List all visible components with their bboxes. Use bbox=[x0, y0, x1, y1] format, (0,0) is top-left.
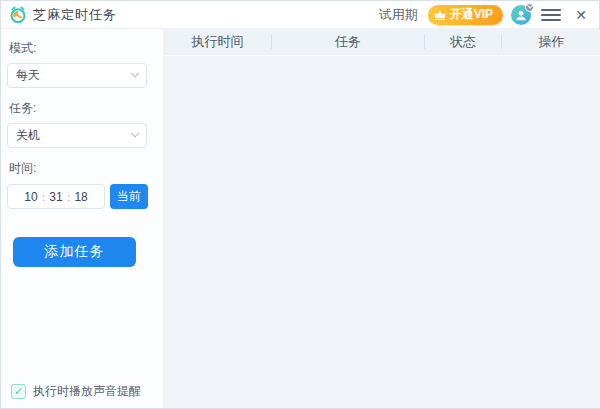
task-select[interactable]: 关机 bbox=[7, 123, 147, 148]
mode-label: 模式: bbox=[9, 40, 163, 57]
task-table-body bbox=[164, 56, 600, 408]
sound-reminder-option[interactable]: ✓ 执行时播放声音提醒 bbox=[11, 383, 141, 400]
task-select-value: 关机 bbox=[16, 127, 132, 144]
mode-select-value: 每天 bbox=[16, 67, 132, 84]
second-input[interactable] bbox=[71, 190, 91, 204]
open-vip-button[interactable]: 开通VIP bbox=[428, 5, 503, 25]
avatar-badge-icon bbox=[525, 3, 534, 12]
hour-input[interactable] bbox=[21, 190, 41, 204]
trial-status-label: 试用期 bbox=[379, 6, 418, 24]
alarm-clock-icon bbox=[9, 6, 27, 24]
task-list-panel: 执行时间 任务 状态 操作 bbox=[164, 29, 600, 408]
app-window: 芝麻定时任务 试用期 开通VIP ✕ 模式: bbox=[0, 0, 600, 409]
column-header-action: 操作 bbox=[502, 33, 600, 51]
chevron-down-icon bbox=[131, 68, 139, 76]
add-task-button[interactable]: 添加任务 bbox=[13, 237, 136, 267]
close-icon[interactable]: ✕ bbox=[571, 5, 591, 25]
time-row: : : 当前 bbox=[7, 184, 163, 209]
menu-icon[interactable] bbox=[541, 5, 561, 25]
time-separator: : bbox=[67, 191, 70, 203]
open-vip-label: 开通VIP bbox=[450, 6, 493, 23]
task-table-header: 执行时间 任务 状态 操作 bbox=[164, 29, 600, 56]
column-header-exec-time: 执行时间 bbox=[164, 33, 271, 51]
title-bar: 芝麻定时任务 试用期 开通VIP ✕ bbox=[1, 1, 599, 29]
main-area: 模式: 每天 任务: 关机 时间: : : 当前 bbox=[1, 29, 599, 408]
app-title: 芝麻定时任务 bbox=[33, 6, 117, 24]
checkbox-checked-icon[interactable]: ✓ bbox=[11, 384, 26, 399]
chevron-down-icon bbox=[131, 128, 139, 136]
minute-input[interactable] bbox=[46, 190, 66, 204]
sound-reminder-label: 执行时播放声音提醒 bbox=[33, 383, 141, 400]
time-label: 时间: bbox=[9, 160, 163, 177]
column-header-task: 任务 bbox=[272, 33, 424, 51]
mode-select[interactable]: 每天 bbox=[7, 63, 147, 88]
sidebar: 模式: 每天 任务: 关机 时间: : : 当前 bbox=[1, 29, 164, 408]
crown-icon bbox=[434, 9, 446, 21]
time-separator: : bbox=[42, 191, 45, 203]
current-time-button[interactable]: 当前 bbox=[110, 184, 148, 209]
task-label: 任务: bbox=[9, 100, 163, 117]
time-input-group: : : bbox=[7, 184, 105, 209]
user-avatar[interactable] bbox=[511, 5, 531, 25]
column-header-status: 状态 bbox=[425, 33, 501, 51]
